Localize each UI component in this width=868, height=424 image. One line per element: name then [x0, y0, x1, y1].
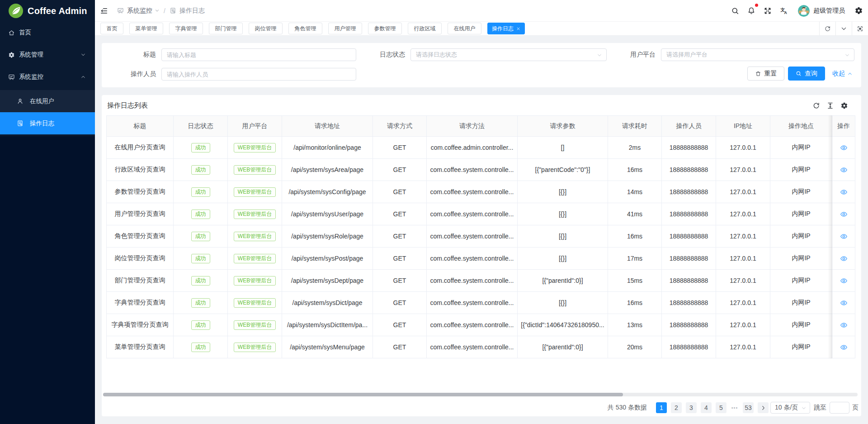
- tab-label: 部门管理: [215, 25, 237, 33]
- cell-title: 用户管理分页查询: [107, 203, 174, 225]
- tabs-maximize-icon[interactable]: [852, 22, 868, 35]
- refresh-icon[interactable]: [812, 102, 820, 110]
- page-content: 标题 日志状态 请选择日志状态 用户平台 请选择用户平台: [95, 36, 868, 424]
- menu-fold-icon[interactable]: [100, 7, 108, 15]
- tab[interactable]: 行政区域: [408, 23, 442, 34]
- operator-input-field[interactable]: [167, 71, 351, 78]
- cell-url: /api/system/sysDictItem/pa...: [282, 314, 373, 336]
- log-icon: [17, 120, 24, 127]
- cell-action: [832, 314, 855, 336]
- platform-select[interactable]: 请选择用户平台: [661, 48, 854, 61]
- status-select[interactable]: 请选择日志状态: [410, 48, 607, 61]
- tab-label: 行政区域: [414, 25, 436, 33]
- tab[interactable]: 在线用户: [448, 23, 481, 34]
- page-button[interactable]: 53: [743, 402, 754, 413]
- cell-status: 成功: [174, 314, 228, 336]
- sidebar-subitem[interactable]: 在线用户: [0, 90, 95, 112]
- next-page-button[interactable]: [758, 402, 769, 413]
- page-button[interactable]: 2: [671, 402, 682, 413]
- tab[interactable]: 字典管理: [169, 23, 203, 34]
- horizontal-scrollbar[interactable]: [103, 393, 858, 396]
- sidebar-item[interactable]: 系统管理: [0, 46, 95, 64]
- sidebar-item-label: 系统监控: [19, 73, 43, 81]
- tabs-dropdown-icon[interactable]: [835, 22, 852, 35]
- main-area: 系统监控 / 操作日志 文A 超级管理员: [95, 0, 868, 424]
- filter-status-label: 日志状态: [356, 51, 410, 59]
- view-detail-eye-icon[interactable]: [840, 299, 848, 307]
- cell-method: GET: [373, 137, 427, 159]
- view-detail-eye-icon[interactable]: [840, 166, 848, 174]
- translate-icon[interactable]: 文A: [780, 7, 788, 15]
- view-detail-eye-icon[interactable]: [840, 144, 848, 152]
- status-badge: 成功: [191, 232, 210, 241]
- cell-func: com.coffee.system.controlle...: [427, 292, 518, 314]
- title-input[interactable]: [161, 48, 356, 61]
- sidebar-subitem[interactable]: 操作日志: [0, 112, 95, 134]
- settings-gear-icon[interactable]: [854, 6, 863, 15]
- jump-page-input[interactable]: [830, 402, 849, 414]
- tab[interactable]: 部门管理: [209, 23, 243, 34]
- bell-icon[interactable]: [747, 7, 755, 15]
- reset-button[interactable]: 重置: [747, 67, 784, 81]
- page-button[interactable]: 5: [716, 402, 726, 413]
- reset-button-label: 重置: [764, 70, 777, 78]
- sidebar-item-label: 首页: [19, 29, 31, 37]
- collapse-link-label: 收起: [832, 70, 845, 78]
- status-badge: 成功: [191, 320, 210, 330]
- more-pages-icon[interactable]: •••: [731, 405, 739, 410]
- page-button[interactable]: 3: [686, 402, 697, 413]
- tab[interactable]: 操作日志: [487, 23, 525, 34]
- breadcrumb-item-log[interactable]: 操作日志: [170, 7, 205, 15]
- tab[interactable]: 角色管理: [288, 23, 322, 34]
- cell-func: com.coffee.system.controlle...: [427, 181, 518, 203]
- column-settings-icon[interactable]: [840, 102, 848, 110]
- pagination-total: 共 530 条数据: [608, 404, 647, 412]
- view-detail-eye-icon[interactable]: [840, 188, 848, 196]
- cell-params: [{"parentCode":"0"}]: [518, 159, 608, 181]
- cell-platform: WEB管理后台: [228, 336, 282, 358]
- view-detail-eye-icon[interactable]: [840, 277, 848, 285]
- tab[interactable]: 参数管理: [368, 23, 402, 34]
- scrollbar-thumb[interactable]: [103, 393, 623, 396]
- page-button[interactable]: 1: [656, 402, 667, 413]
- title-input-field[interactable]: [167, 52, 351, 58]
- tab[interactable]: 岗位管理: [249, 23, 283, 34]
- tab[interactable]: 首页: [100, 23, 123, 34]
- cell-action: [832, 336, 855, 358]
- sidebar-item[interactable]: 首页: [0, 24, 95, 42]
- view-detail-eye-icon[interactable]: [840, 210, 848, 218]
- table-row: 字典管理分页查询成功WEB管理后台/api/system/sysDict/pag…: [107, 292, 855, 314]
- cell-location: 内网IP: [770, 314, 832, 336]
- page-size-select[interactable]: 10 条/页: [770, 402, 810, 414]
- view-detail-eye-icon[interactable]: [840, 255, 848, 262]
- cell-duration: 16ms: [608, 159, 662, 181]
- operator-input[interactable]: [161, 68, 356, 81]
- card-title: 操作日志列表: [107, 101, 148, 110]
- user-icon: [17, 98, 24, 105]
- gear-icon: [8, 52, 15, 58]
- tab[interactable]: 菜单管理: [129, 23, 163, 34]
- search-button[interactable]: 查询: [788, 67, 825, 81]
- page-button[interactable]: 4: [701, 402, 712, 413]
- tab[interactable]: 用户管理: [328, 23, 362, 34]
- sidebar-item[interactable]: 系统监控: [0, 68, 95, 86]
- breadcrumb-item-monitor[interactable]: 系统监控: [117, 7, 160, 15]
- view-detail-eye-icon[interactable]: [840, 233, 848, 240]
- close-icon[interactable]: [516, 27, 520, 31]
- view-detail-eye-icon[interactable]: [840, 343, 848, 351]
- view-detail-eye-icon[interactable]: [840, 321, 848, 329]
- collapse-filter-link[interactable]: 收起: [832, 70, 853, 78]
- cell-platform: WEB管理后台: [228, 248, 282, 270]
- logo[interactable]: Coffee Admin: [0, 0, 95, 22]
- cell-platform: WEB管理后台: [228, 292, 282, 314]
- cell-method: GET: [373, 225, 427, 248]
- cell-operator: 18888888888: [662, 248, 716, 270]
- row-height-icon[interactable]: [826, 102, 834, 110]
- monitor-icon: [8, 74, 15, 81]
- top-header: 系统监控 / 操作日志 文A 超级管理员: [95, 0, 868, 22]
- tabs-refresh-icon[interactable]: [819, 22, 835, 35]
- user-menu[interactable]: 超级管理员: [798, 5, 845, 17]
- cell-location: 内网IP: [770, 248, 832, 270]
- search-icon[interactable]: [731, 7, 739, 15]
- fullscreen-icon[interactable]: [764, 7, 772, 15]
